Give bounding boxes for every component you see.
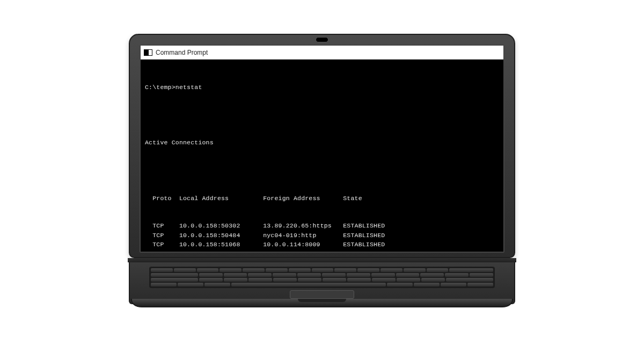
table-row: TCP 10.0.0.158:51068 10.0.0.114:8009 EST… bbox=[145, 240, 499, 249]
section-header: Active Connections bbox=[145, 138, 499, 147]
table-row: TCP 10.0.0.158:50302 13.89.220.65:https … bbox=[145, 221, 499, 230]
laptop-lid: Command Prompt C:\temp>netstat Active Co… bbox=[129, 34, 515, 258]
keyboard bbox=[149, 267, 495, 288]
blank-line bbox=[145, 166, 499, 175]
keyboard-deck bbox=[129, 262, 515, 304]
window-title: Command Prompt bbox=[156, 49, 208, 56]
webcam-icon bbox=[316, 37, 328, 42]
laptop-frame: Command Prompt C:\temp>netstat Active Co… bbox=[129, 34, 515, 304]
table-row: TCP 10.0.0.158:50484 nyc04-019:http ESTA… bbox=[145, 231, 499, 240]
laptop-hinge bbox=[128, 258, 516, 262]
touchpad bbox=[290, 290, 354, 299]
cmd-icon bbox=[144, 49, 152, 56]
prompt-line: C:\temp>netstat bbox=[145, 83, 499, 92]
table-row: TCP 10.0.0.158:51069 10.0.0.108:8009 EST… bbox=[145, 249, 499, 253]
blank-line bbox=[145, 110, 499, 119]
screen: Command Prompt C:\temp>netstat Active Co… bbox=[140, 45, 504, 253]
laptop-base-lip bbox=[131, 299, 513, 307]
column-headers: Proto Local Address Foreign Address Stat… bbox=[145, 194, 499, 203]
terminal-output[interactable]: C:\temp>netstat Active Connections Proto… bbox=[141, 60, 503, 253]
window-titlebar[interactable]: Command Prompt bbox=[141, 46, 503, 60]
